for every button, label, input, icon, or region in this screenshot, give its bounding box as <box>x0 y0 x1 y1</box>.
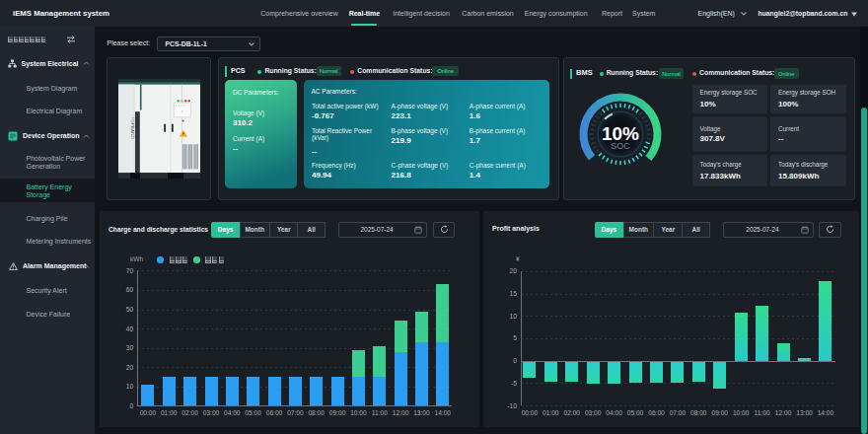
svg-text:TOPBAND: TOPBAND <box>130 116 135 139</box>
svg-text:SOC: SOC <box>611 141 630 151</box>
